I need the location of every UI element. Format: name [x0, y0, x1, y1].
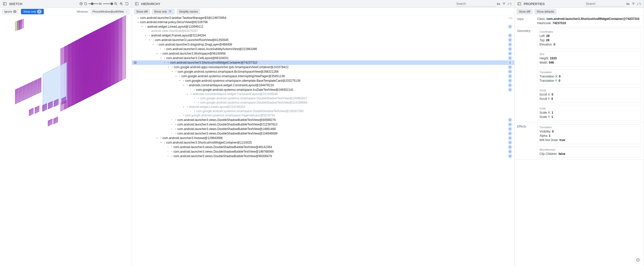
- tree-row[interactable]: com.google.android.systemui.smartspace.B…: [132, 69, 514, 74]
- tree-toggle[interactable]: [186, 93, 189, 96]
- svg-line-9: [122, 4, 123, 5]
- show-diff-button[interactable]: Show diff: [134, 9, 150, 14]
- visibility-badge: V: [508, 56, 512, 60]
- tree-node-label: com.android.launcher3.Workspace@58100959: [162, 52, 506, 56]
- match-case-icon[interactable]: Aa: [496, 1, 501, 7]
- tree-row[interactable]: •com.google.android.systemui.smartspace.…: [132, 109, 514, 113]
- tree-row[interactable]: •com.android.launcher3.views.DoubleShado…: [132, 122, 514, 127]
- tree-row[interactable]: com.android.launcher3.LauncherRootView@8…: [132, 38, 514, 42]
- row-menu-icon[interactable]: [508, 16, 513, 20]
- tree-row[interactable]: •com.google.android.systemui.smartspace.…: [132, 113, 514, 118]
- tree-toggle[interactable]: [159, 141, 163, 144]
- tree-row[interactable]: com.android.launcher3.ShortcutAndWidgetC…: [132, 140, 514, 145]
- bullet-icon: •: [170, 118, 173, 122]
- tree-row[interactable]: androidx.constraintlayout.widget.Constra…: [132, 83, 514, 87]
- tree-row[interactable]: •com.android.launcher3.views.DoubleShado…: [132, 149, 514, 154]
- props-show-defaults-button[interactable]: Show defaults: [534, 9, 556, 14]
- regex-icon[interactable]: (.*): [636, 1, 642, 7]
- pin-icon: [181, 114, 184, 117]
- zoom-out-icon[interactable]: [113, 1, 119, 7]
- tree-toggle[interactable]: [182, 83, 185, 87]
- filter-icon[interactable]: [631, 1, 636, 7]
- tree-row[interactable]: com.google.android.systemui.smartspace.u…: [132, 78, 514, 83]
- svg-rect-13: [135, 3, 138, 5]
- filter-icon[interactable]: [501, 1, 507, 7]
- tree-row[interactable]: com.google.android.systemui.smartspace.I…: [132, 74, 514, 78]
- tree-toggle[interactable]: [163, 61, 166, 64]
- sketch-header: SKETCH: [0, 0, 132, 8]
- hierarchy-tree[interactable]: com.android.launcher3.taskbar.TaskbarMan…: [132, 15, 514, 266]
- panel-layout-icon: [134, 1, 140, 7]
- tree-toggle[interactable]: [159, 56, 163, 60]
- tree-row[interactable]: •com.android.launcher3.views.DoubleShado…: [132, 118, 514, 122]
- reset-icon[interactable]: [124, 1, 130, 7]
- tree-row[interactable]: •com.google.android.systemui.smartspace.…: [132, 87, 514, 92]
- prop-value: 0: [552, 130, 554, 133]
- cube-3d-icon[interactable]: [78, 1, 84, 7]
- tree-row[interactable]: com.google.android.apps.nexuslauncher.qs…: [132, 65, 514, 69]
- tree-toggle[interactable]: [167, 65, 170, 69]
- prop-group-misc: MiscellaneousClip Children: false: [537, 147, 641, 158]
- visibility-badge: V: [508, 33, 512, 37]
- tree-toggle[interactable]: [171, 70, 174, 73]
- tree-row[interactable]: android.widget.LinearLayout@224246003: [132, 105, 514, 109]
- tree-node-label: com.google.android.systemui.smartspace.D…: [200, 101, 512, 105]
- expand-fab[interactable]: [634, 256, 641, 263]
- show-only-button[interactable]: Show only V: [21, 9, 44, 14]
- tree-row[interactable]: •com.android.launcher3.views.Accessibili…: [132, 47, 514, 51]
- tree-row[interactable]: androidx.constraintlayout.widget.Constra…: [132, 92, 514, 96]
- tree-toggle[interactable]: [155, 52, 159, 55]
- zoom-in-icon[interactable]: [119, 1, 124, 7]
- prop-group-size: SizeHeight: 1533Width: 946: [537, 51, 641, 67]
- spacing-slider[interactable]: [98, 2, 113, 6]
- tree-toggle[interactable]: [155, 136, 159, 140]
- match-case-icon[interactable]: Aa: [625, 1, 631, 7]
- properties-search-input[interactable]: [585, 1, 625, 7]
- show-only-h-button[interactable]: Show only V: [152, 9, 175, 14]
- tree-row[interactable]: •android.view.ViewStub@63475287: [132, 29, 514, 33]
- tree-row[interactable]: com.android.launcher3.Workspace@58100959…: [132, 51, 514, 56]
- tree-toggle[interactable]: [152, 43, 155, 46]
- chevron-down-icon: [125, 10, 128, 13]
- tree-toggle[interactable]: [137, 21, 140, 24]
- prop-row: Top: 28: [539, 38, 639, 42]
- tree-row[interactable]: com.android.launcher3.taskbar.TaskbarMan…: [132, 16, 514, 20]
- prop-row: Visibility: 0: [539, 129, 639, 134]
- tree-toggle[interactable]: [182, 105, 185, 109]
- tree-row[interactable]: •com.android.launcher3.views.DoubleShado…: [132, 154, 514, 158]
- prop-row: Width: 946: [539, 61, 639, 65]
- visibility-badge: V: [508, 150, 512, 154]
- tree-row[interactable]: com.android.internal.policy.DecorView@82…: [132, 20, 514, 24]
- tree-row[interactable]: com.android.launcher3.CellLayout@6610403…: [132, 56, 514, 60]
- tree-row[interactable]: •com.google.android.systemui.smartspace.…: [132, 96, 514, 101]
- props-show-diff-button[interactable]: Show diff: [517, 9, 532, 14]
- tree-row[interactable]: •com.android.launcher3.views.DoubleShado…: [132, 145, 514, 149]
- tree-row[interactable]: com.android.launcher3.Hotseat@129643566V: [132, 136, 514, 140]
- tree-row[interactable]: •com.android.launcher3.views.DoubleShado…: [132, 127, 514, 131]
- ignore-button[interactable]: Ignore: [2, 9, 19, 14]
- tree-toggle[interactable]: [174, 74, 178, 78]
- tree-toggle[interactable]: [144, 34, 148, 37]
- pin-icon: [148, 34, 151, 37]
- visibility-eye-icon[interactable]: [133, 61, 137, 64]
- tree-row[interactable]: com.android.launcher3.dragndrop.DragLaye…: [132, 42, 514, 47]
- tree-row[interactable]: android.widget.LinearLayout@110949111V: [132, 24, 514, 29]
- window-dropdown[interactable]: PhoneWindow@ad699de: [91, 9, 130, 14]
- tree-row[interactable]: android.widget.FrameLayout@32194294V: [132, 33, 514, 38]
- rotation-slider[interactable]: [84, 2, 98, 6]
- tree-toggle[interactable]: [148, 38, 151, 42]
- visibility-badge: V: [508, 47, 512, 51]
- hierarchy-search-input[interactable]: [455, 1, 496, 7]
- bullet-icon: •: [159, 47, 162, 51]
- tree-row[interactable]: •com.android.launcher3.views.DoubleShado…: [132, 131, 514, 136]
- tree-toggle[interactable]: [178, 79, 182, 82]
- tree-row[interactable]: com.android.launcher3.ShortcutAndWidgetC…: [132, 60, 514, 65]
- pin-icon: [178, 75, 181, 78]
- tree-toggle[interactable]: [137, 16, 140, 20]
- visibility-badge: V: [508, 83, 512, 87]
- tree-row[interactable]: •com.google.android.systemui.smartspace.…: [132, 101, 514, 105]
- simplify-names-button[interactable]: Simplify names: [177, 9, 200, 14]
- tree-toggle[interactable]: [140, 25, 144, 28]
- regex-icon[interactable]: (.*): [507, 1, 512, 7]
- sketch-canvas[interactable]: [0, 15, 132, 266]
